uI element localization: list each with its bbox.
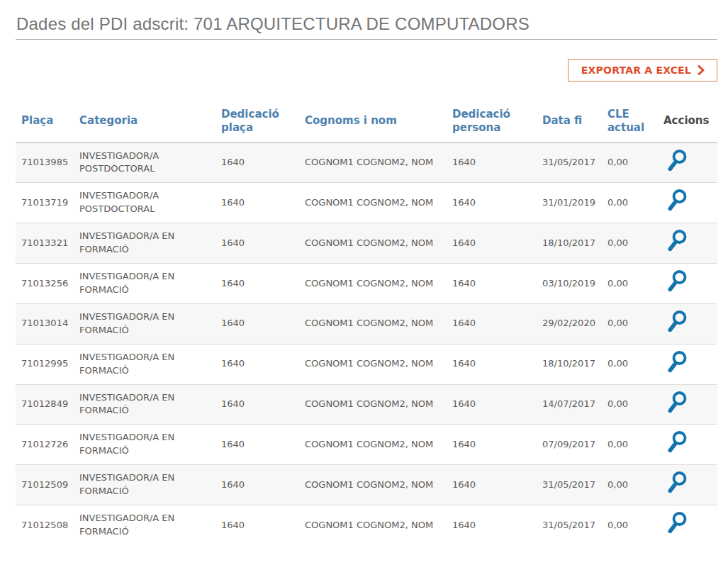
cell-cognoms-i-nom: COGNOM1 COGNOM2, NOM: [299, 505, 447, 545]
cell-placa: 71012509: [16, 465, 74, 505]
cell-data-fi: 18/10/2017: [537, 223, 602, 264]
cell-categoria: INVESTIGADOR/A EN FORMACIÓ: [74, 465, 215, 505]
magnifier-icon: [666, 285, 688, 296]
table-row: 71012509INVESTIGADOR/A EN FORMACIÓ1640CO…: [16, 465, 717, 505]
pdi-page: Dades del PDI adscrit: 701 ARQUITECTURA …: [0, 0, 728, 582]
cell-placa: 71012995: [16, 344, 74, 384]
cell-dedicacio-placa: 1640: [215, 223, 299, 264]
cell-categoria: INVESTIGADOR/A EN FORMACIÓ: [74, 384, 215, 425]
cell-data-fi: 03/10/2019: [537, 264, 602, 304]
cell-cle-actual: 0,00: [602, 183, 658, 223]
cell-cognoms-i-nom: COGNOM1 COGNOM2, NOM: [299, 344, 447, 384]
cell-cle-actual: 0,00: [602, 505, 658, 545]
cell-cognoms-i-nom: COGNOM1 COGNOM2, NOM: [299, 142, 447, 183]
cell-cognoms-i-nom: COGNOM1 COGNOM2, NOM: [299, 465, 447, 505]
view-detail-button[interactable]: [666, 511, 688, 535]
view-detail-button[interactable]: [666, 310, 688, 334]
cell-placa: 71012726: [16, 425, 74, 465]
cell-cle-actual: 0,00: [602, 344, 658, 384]
magnifier-icon: [666, 406, 688, 417]
view-detail-button[interactable]: [666, 471, 688, 495]
table-row: 71012508INVESTIGADOR/A EN FORMACIÓ1640CO…: [16, 505, 717, 545]
view-detail-button[interactable]: [666, 269, 688, 293]
cell-accions: [658, 344, 717, 384]
view-detail-button[interactable]: [666, 229, 688, 253]
column-header-categoria[interactable]: Categoria: [74, 103, 215, 142]
cell-placa: 71013321: [16, 223, 74, 264]
magnifier-icon: [666, 245, 688, 255]
cell-cle-actual: 0,00: [602, 142, 658, 183]
cell-accions: [658, 183, 717, 223]
column-header-cle-actual[interactable]: CLE actual: [602, 103, 658, 142]
cell-accions: [658, 303, 717, 344]
cell-placa: 71013014: [16, 303, 74, 344]
cell-dedicacio-persona: 1640: [447, 344, 537, 384]
cell-data-fi: 31/01/2019: [537, 183, 602, 223]
magnifier-icon: [666, 446, 688, 457]
toolbar: EXPORTAR A EXCEL: [16, 59, 717, 82]
export-button-label: EXPORTAR A EXCEL: [581, 65, 691, 76]
table-header-row: Plaça Categoria Dedicació plaça Cognoms …: [16, 103, 717, 142]
cell-accions: [658, 142, 717, 183]
cell-categoria: INVESTIGADOR/A POSTDOCTORAL: [74, 142, 215, 183]
magnifier-icon: [666, 204, 688, 215]
cell-data-fi: 31/05/2017: [537, 142, 602, 183]
cell-categoria: INVESTIGADOR/A EN FORMACIÓ: [74, 344, 215, 384]
cell-accions: [658, 465, 717, 505]
column-header-dedicacio-persona[interactable]: Dedicació persona: [447, 103, 537, 142]
magnifier-icon: [666, 366, 688, 376]
cell-data-fi: 31/05/2017: [537, 465, 602, 505]
column-header-data-fi[interactable]: Data fi: [537, 103, 602, 142]
cell-cle-actual: 0,00: [602, 303, 658, 344]
cell-cognoms-i-nom: COGNOM1 COGNOM2, NOM: [299, 384, 447, 425]
cell-dedicacio-persona: 1640: [447, 183, 537, 223]
table-row: 71012849INVESTIGADOR/A EN FORMACIÓ1640CO…: [16, 384, 717, 425]
magnifier-icon: [666, 486, 688, 497]
cell-categoria: INVESTIGADOR/A EN FORMACIÓ: [74, 425, 215, 465]
column-header-dedicacio-placa[interactable]: Dedicació plaça: [215, 103, 299, 142]
cell-categoria: INVESTIGADOR/A POSTDOCTORAL: [74, 183, 215, 223]
cell-cognoms-i-nom: COGNOM1 COGNOM2, NOM: [299, 183, 447, 223]
cell-data-fi: 07/09/2017: [537, 425, 602, 465]
cell-cle-actual: 0,00: [602, 425, 658, 465]
column-header-accions: Accions: [658, 103, 717, 142]
cell-dedicacio-persona: 1640: [447, 223, 537, 264]
cell-dedicacio-placa: 1640: [215, 505, 299, 545]
chevron-right-icon: [698, 65, 705, 75]
cell-cognoms-i-nom: COGNOM1 COGNOM2, NOM: [299, 425, 447, 465]
magnifier-icon: [666, 325, 688, 336]
cell-accions: [658, 264, 717, 304]
cell-dedicacio-placa: 1640: [215, 384, 299, 425]
view-detail-button[interactable]: [666, 391, 688, 415]
column-header-placa[interactable]: Plaça: [16, 103, 74, 142]
cell-dedicacio-placa: 1640: [215, 142, 299, 183]
column-header-cognoms-i-nom[interactable]: Cognoms i nom: [299, 103, 447, 142]
table-row: 71013985INVESTIGADOR/A POSTDOCTORAL1640C…: [16, 142, 717, 183]
cell-accions: [658, 505, 717, 545]
magnifier-icon: [666, 527, 688, 537]
table-row: 71013719INVESTIGADOR/A POSTDOCTORAL1640C…: [16, 183, 717, 223]
view-detail-button[interactable]: [666, 350, 688, 374]
magnifier-icon: [666, 164, 688, 175]
table-row: 71012726INVESTIGADOR/A EN FORMACIÓ1640CO…: [16, 425, 717, 465]
export-to-excel-button[interactable]: EXPORTAR A EXCEL: [568, 59, 717, 82]
title-block: Dades del PDI adscrit: 701 ARQUITECTURA …: [16, 0, 717, 40]
cell-categoria: INVESTIGADOR/A EN FORMACIÓ: [74, 303, 215, 344]
cell-cle-actual: 0,00: [602, 264, 658, 304]
cell-dedicacio-persona: 1640: [447, 465, 537, 505]
cell-cognoms-i-nom: COGNOM1 COGNOM2, NOM: [299, 264, 447, 304]
cell-categoria: INVESTIGADOR/A EN FORMACIÓ: [74, 505, 215, 545]
table-header: Plaça Categoria Dedicació plaça Cognoms …: [16, 103, 717, 142]
table-row: 71012995INVESTIGADOR/A EN FORMACIÓ1640CO…: [16, 344, 717, 384]
view-detail-button[interactable]: [666, 189, 688, 213]
cell-dedicacio-persona: 1640: [447, 303, 537, 344]
table-row: 71013321INVESTIGADOR/A EN FORMACIÓ1640CO…: [16, 223, 717, 264]
cell-dedicacio-persona: 1640: [447, 264, 537, 304]
cell-cle-actual: 0,00: [602, 384, 658, 425]
cell-placa: 71013985: [16, 142, 74, 183]
cell-dedicacio-placa: 1640: [215, 425, 299, 465]
view-detail-button[interactable]: [666, 430, 688, 454]
cell-dedicacio-placa: 1640: [215, 465, 299, 505]
cell-data-fi: 18/10/2017: [537, 344, 602, 384]
view-detail-button[interactable]: [666, 149, 688, 173]
